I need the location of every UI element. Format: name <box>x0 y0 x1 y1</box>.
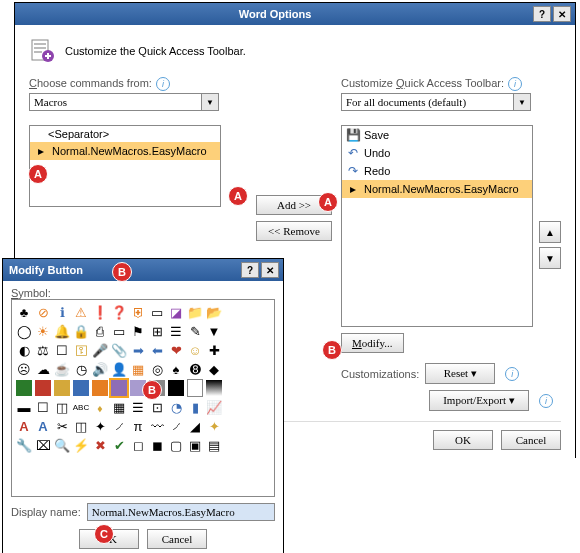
remove-button[interactable]: << Remove <box>256 221 332 241</box>
icon-tag[interactable]: ⬧ <box>92 399 108 415</box>
icon-sad[interactable]: ☹ <box>16 361 32 377</box>
cancel-button[interactable]: Cancel <box>501 430 561 450</box>
list-item-redo[interactable]: ↷Redo <box>342 162 532 180</box>
icon-square[interactable]: ▢ <box>168 437 184 453</box>
icon-cloud[interactable]: ☁ <box>35 361 51 377</box>
icon-check[interactable]: ✔ <box>111 437 127 453</box>
icon-blank[interactable] <box>225 342 241 358</box>
icon-disk[interactable]: ⊡ <box>149 399 165 415</box>
info-icon[interactable]: i <box>156 77 170 91</box>
icon-blank[interactable] <box>225 361 241 377</box>
icon-glass[interactable]: 🔍 <box>54 437 70 453</box>
icon-target[interactable]: ◎ <box>149 361 165 377</box>
icon-box[interactable]: ▬ <box>16 399 32 415</box>
icon-right[interactable]: ➡ <box>130 342 146 358</box>
icon-blank[interactable] <box>244 361 260 377</box>
info-icon[interactable]: i <box>539 394 553 408</box>
icon-speaker[interactable]: 🔊 <box>92 361 108 377</box>
icon-a2[interactable]: A <box>35 418 51 434</box>
icon-wrench[interactable]: 🔧 <box>16 437 32 453</box>
icon-lock[interactable]: 🔒 <box>73 323 89 339</box>
icon-sun[interactable]: ☀ <box>35 323 51 339</box>
ok-button[interactable]: OK <box>433 430 493 450</box>
icon-folder[interactable]: 📁 <box>187 304 203 320</box>
icon-blank[interactable] <box>244 323 260 339</box>
symbol-grid[interactable]: ♣ ⊘ ℹ ⚠ ❗ ❓ ⛨ ▭ ◪ 📁 📂 ◯ ☀ 🔔 🔒 ⎙ ▭ ⚑ ⊞ ☰ … <box>11 299 275 497</box>
icon-heart[interactable]: ❤ <box>168 342 184 358</box>
swatch[interactable] <box>73 380 89 396</box>
icon-blank[interactable] <box>244 418 260 434</box>
icon-blank[interactable] <box>225 418 241 434</box>
icon-blank[interactable] <box>244 380 260 396</box>
swatch[interactable] <box>16 380 32 396</box>
icon-square[interactable]: ▣ <box>187 437 203 453</box>
icon-mic[interactable]: 🎤 <box>92 342 108 358</box>
icon-8ball[interactable]: ➑ <box>187 361 203 377</box>
info-icon[interactable]: i <box>508 77 522 91</box>
icon-toggle[interactable]: ◐ <box>16 342 32 358</box>
display-name-input[interactable] <box>87 503 275 521</box>
icon-grid[interactable]: ▦ <box>130 361 146 377</box>
icon-flag[interactable]: ⚑ <box>130 323 146 339</box>
commands-list[interactable]: <Separator> ▸ Normal.NewMacros.EasyMacro <box>29 125 221 207</box>
help-button[interactable]: ? <box>241 262 259 278</box>
icon-bang[interactable]: ❗ <box>92 304 108 320</box>
swatch[interactable] <box>187 380 203 396</box>
icon-scales[interactable]: ⚖ <box>35 342 51 358</box>
icon-shield[interactable]: ⛨ <box>130 304 146 320</box>
icon-pie[interactable]: ◔ <box>168 399 184 415</box>
icon-warn[interactable]: ⚠ <box>73 304 89 320</box>
help-button[interactable]: ? <box>533 6 551 22</box>
icon-brush[interactable]: ⟋ <box>168 418 184 434</box>
swatch[interactable] <box>206 380 222 396</box>
icon-eraser[interactable]: ◢ <box>187 418 203 434</box>
move-down-button[interactable]: ▼ <box>539 247 561 269</box>
icon-blank[interactable] <box>225 437 241 453</box>
combo-arrow[interactable]: ▼ <box>514 93 531 111</box>
icon-bolt[interactable]: ⚡ <box>73 437 89 453</box>
icon-blank[interactable] <box>225 304 241 320</box>
qat-list[interactable]: 💾Save ↶Undo ↷Redo ▸Normal.NewMacros.Easy… <box>341 125 533 327</box>
icon-list[interactable]: ☰ <box>168 323 184 339</box>
icon-folder2[interactable]: 📂 <box>206 304 222 320</box>
icon-spade[interactable]: ♠ <box>168 361 184 377</box>
icon-ruler[interactable]: ◫ <box>73 418 89 434</box>
icon-blank[interactable] <box>225 380 241 396</box>
icon-blank[interactable] <box>225 399 241 415</box>
icon-person[interactable]: 👤 <box>111 361 127 377</box>
icon-screen[interactable]: ▭ <box>111 323 127 339</box>
swatch[interactable] <box>35 380 51 396</box>
icon-blank[interactable] <box>225 323 241 339</box>
icon-coffee[interactable]: ☕ <box>54 361 70 377</box>
icon-left[interactable]: ⬅ <box>149 342 165 358</box>
icon-pencil[interactable]: ✎ <box>187 323 203 339</box>
cancel-button[interactable]: Cancel <box>147 529 207 549</box>
list-item-separator[interactable]: <Separator> <box>30 126 220 142</box>
icon-cal[interactable]: ▦ <box>111 399 127 415</box>
icon-blank[interactable] <box>244 437 260 453</box>
icon-funnel[interactable]: ▼ <box>206 323 222 339</box>
icon-info[interactable]: ℹ <box>54 304 70 320</box>
icon-line[interactable]: 📈 <box>206 399 222 415</box>
icon-plus[interactable]: ✚ <box>206 342 222 358</box>
reset-button[interactable]: Reset ▾ <box>425 363 495 384</box>
modify-button[interactable]: Modify... <box>341 333 404 353</box>
icon-square[interactable]: ◻ <box>130 437 146 453</box>
icon-a[interactable]: A <box>16 418 32 434</box>
icon-square[interactable]: ▤ <box>206 437 222 453</box>
swatch[interactable] <box>54 380 70 396</box>
icon-blank[interactable] <box>244 342 260 358</box>
icon-print[interactable]: ⎙ <box>92 323 108 339</box>
list-item-undo[interactable]: ↶Undo <box>342 144 532 162</box>
icon-box[interactable]: ☐ <box>35 399 51 415</box>
icon-compass[interactable]: ✦ <box>92 418 108 434</box>
icon-smile[interactable]: ☺ <box>187 342 203 358</box>
swatch[interactable] <box>92 380 108 396</box>
list-item-macro[interactable]: ▸Normal.NewMacros.EasyMacro <box>342 180 532 198</box>
import-export-button[interactable]: Import/Export ▾ <box>429 390 529 411</box>
icon-ruler2[interactable]: ⟋ <box>111 418 127 434</box>
icon-clock[interactable]: ◷ <box>73 361 89 377</box>
commands-combo[interactable] <box>29 93 202 111</box>
icon-blank[interactable] <box>244 399 260 415</box>
swatch[interactable] <box>168 380 184 396</box>
